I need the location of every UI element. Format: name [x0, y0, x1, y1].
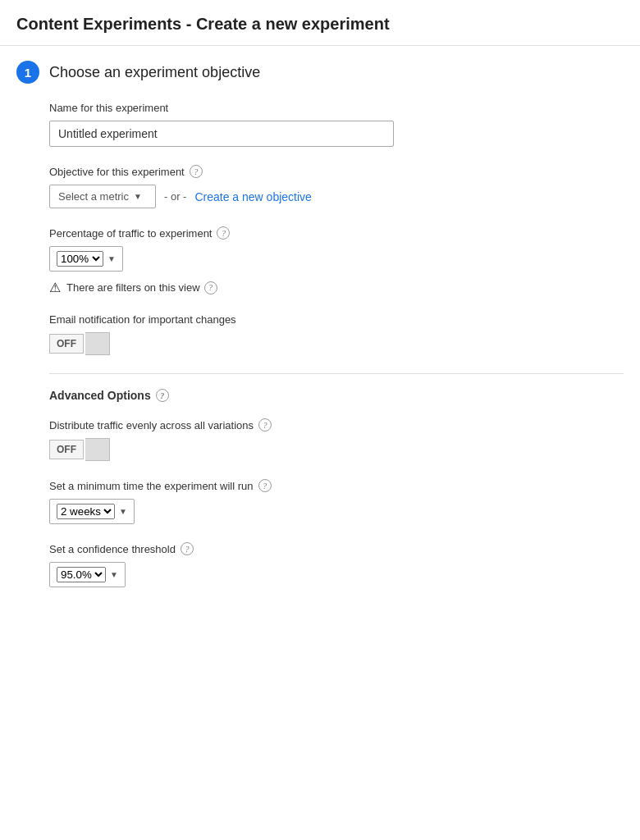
- distribute-traffic-toggle[interactable]: OFF: [49, 438, 624, 461]
- warning-icon: ⚠: [49, 280, 61, 295]
- metric-select-wrapper[interactable]: Select a metric ▼: [49, 185, 156, 208]
- filters-help-icon[interactable]: ?: [204, 281, 217, 294]
- objective-row: Select a metric ▼ - or - Create a new ob…: [49, 185, 624, 208]
- min-time-select-wrapper[interactable]: 2 weeks 1 week 3 weeks 4 weeks ▼: [49, 499, 135, 524]
- traffic-select-wrapper[interactable]: 100% 75% 50% 25% 10% ▼: [49, 246, 123, 272]
- confidence-select[interactable]: 95.0% 90.0% 99.0%: [57, 567, 106, 582]
- confidence-select-wrapper[interactable]: 95.0% 90.0% 99.0% ▼: [49, 562, 126, 587]
- min-time-label: Set a minimum time the experiment will r…: [49, 479, 624, 492]
- min-time-group: Set a minimum time the experiment will r…: [49, 479, 624, 524]
- form-section: Name for this experiment Objective for t…: [16, 102, 624, 587]
- traffic-dropdown-arrow: ▼: [107, 254, 116, 263]
- traffic-select[interactable]: 100% 75% 50% 25% 10%: [57, 251, 103, 267]
- advanced-options-section: Advanced Options ? Distribute traffic ev…: [49, 389, 624, 587]
- distribute-traffic-label: Distribute traffic evenly across all var…: [49, 418, 624, 431]
- metric-dropdown-arrow: ▼: [134, 192, 142, 201]
- filters-warning-row: ⚠ There are filters on this view ?: [49, 280, 624, 295]
- objective-label: Objective for this experiment ?: [49, 165, 624, 178]
- objective-help-icon[interactable]: ?: [190, 165, 203, 178]
- page-title: Content Experiments - Create a new exper…: [0, 0, 640, 46]
- min-time-help-icon[interactable]: ?: [258, 479, 272, 492]
- min-time-dropdown-arrow: ▼: [119, 507, 127, 516]
- advanced-help-icon[interactable]: ?: [156, 389, 169, 402]
- min-time-select[interactable]: 2 weeks 1 week 3 weeks 4 weeks: [57, 504, 115, 519]
- filters-warning-text: There are filters on this view ?: [66, 281, 217, 294]
- step-title: Choose an experiment objective: [49, 64, 260, 81]
- confidence-threshold-label: Set a confidence threshold ?: [49, 542, 624, 555]
- advanced-options-title: Advanced Options ?: [49, 389, 624, 402]
- distribute-toggle-off-label: OFF: [49, 440, 84, 459]
- traffic-label: Percentage of traffic to experiment ?: [49, 226, 624, 240]
- email-notification-label: Email notification for important changes: [49, 313, 624, 326]
- confidence-threshold-group: Set a confidence threshold ? 95.0% 90.0%…: [49, 542, 624, 587]
- section-divider: [49, 373, 624, 374]
- traffic-row: 100% 75% 50% 25% 10% ▼: [49, 246, 624, 272]
- experiment-name-group: Name for this experiment: [49, 102, 624, 147]
- distribute-traffic-group: Distribute traffic evenly across all var…: [49, 418, 624, 461]
- traffic-help-icon[interactable]: ?: [217, 226, 230, 240]
- step-header: 1 Choose an experiment objective: [16, 61, 624, 84]
- email-notification-toggle[interactable]: OFF: [49, 332, 624, 355]
- create-objective-link[interactable]: Create a new objective: [194, 190, 311, 203]
- email-toggle-off-label: OFF: [49, 334, 84, 354]
- email-toggle-handle[interactable]: [85, 332, 110, 355]
- confidence-help-icon[interactable]: ?: [181, 542, 194, 555]
- distribute-toggle-handle[interactable]: [85, 438, 110, 461]
- metric-select[interactable]: Select a metric: [58, 190, 129, 203]
- or-text: - or -: [164, 190, 186, 203]
- email-notification-group: Email notification for important changes…: [49, 313, 624, 355]
- distribute-traffic-help-icon[interactable]: ?: [258, 418, 272, 431]
- step-badge: 1: [16, 61, 39, 84]
- experiment-name-label: Name for this experiment: [49, 102, 624, 114]
- objective-group: Objective for this experiment ? Select a…: [49, 165, 624, 208]
- confidence-dropdown-arrow: ▼: [110, 570, 118, 579]
- traffic-group: Percentage of traffic to experiment ? 10…: [49, 226, 624, 295]
- experiment-name-input[interactable]: [49, 121, 394, 147]
